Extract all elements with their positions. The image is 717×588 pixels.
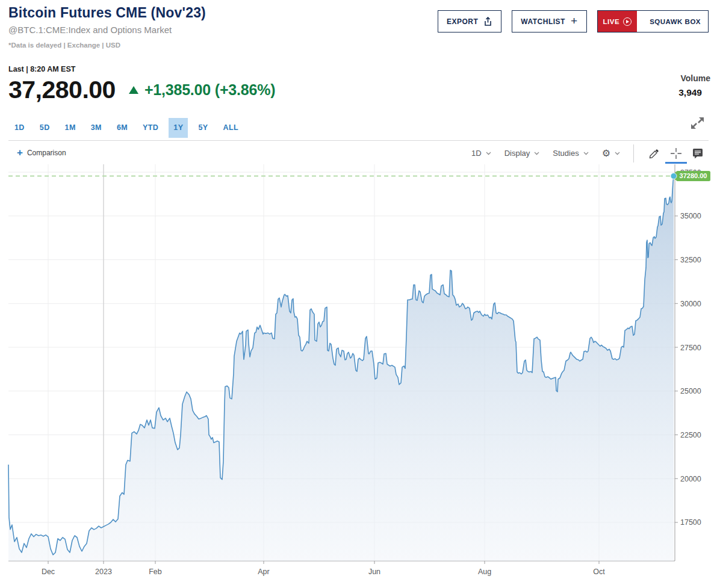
y-axis-label: 20000 [680,475,701,483]
range-tab-5d[interactable]: 5D [35,118,55,138]
range-tab-ytd[interactable]: YTD [138,118,163,138]
crosshair-tool-button[interactable] [665,143,687,164]
area-series [8,176,674,562]
studies-dropdown[interactable]: Studies [553,149,588,158]
gear-icon: ⚙ [602,149,610,158]
header-buttons: EXPORT WATCHLIST + LIVE SQUAWK BOX [438,10,709,32]
export-button-label: EXPORT [447,17,478,26]
toolbar-controls: 1D Display Studies ⚙ [471,142,709,164]
settings-dropdown[interactable]: ⚙ [602,149,620,158]
range-tab-1m[interactable]: 1M [60,118,81,138]
y-axis-label: 27500 [680,344,701,352]
display-dropdown[interactable]: Display [504,149,540,158]
range-tab-6m[interactable]: 6M [112,118,132,138]
range-tab-5y[interactable]: 5Y [193,118,213,138]
volume-value: 3,949 [678,87,702,98]
display-label: Display [504,149,530,158]
y-axis-label: 17500 [680,518,701,527]
pencil-icon [648,147,660,159]
range-tab-1d[interactable]: 1D [10,118,29,138]
divider [633,144,634,162]
last-timestamp: Last | 8:20 AM EST [8,65,75,73]
price-change: +1,385.00 (+3.86%) [144,81,275,99]
crosshair-icon [670,147,682,159]
volume-box: Volume 3,949 [678,73,710,98]
comparison-button[interactable]: + Comparison [17,147,66,158]
chevron-down-icon [534,152,539,155]
current-price-flag-label: 37280.00 [680,172,707,179]
data-delay-note: *Data is delayed | Exchange | USD [8,42,120,49]
x-axis-label: Aug [478,568,491,576]
interval-label: 1D [471,149,482,158]
export-button[interactable]: EXPORT [438,10,501,32]
squawk-box-button[interactable]: LIVE SQUAWK BOX [597,10,709,32]
chevron-down-icon [486,152,491,155]
live-badge-label: LIVE [603,18,620,25]
quote-page: Bitcoin Futures CME (Nov'23) @BTC.1:CME:… [0,0,717,588]
volume-label: Volume [678,73,710,83]
y-axis-label: 25000 [680,387,701,395]
add-comparison-icon: + [17,147,23,158]
play-icon [623,17,632,26]
draw-tool-button[interactable] [644,143,665,164]
divider [8,140,709,141]
watchlist-button-label: WATCHLIST [521,17,565,26]
x-axis-label: Apr [258,568,269,576]
x-axis-label: 2023 [95,568,112,576]
y-axis-label: 35000 [680,212,701,220]
x-axis-label: Oct [593,568,605,576]
chart-toolbar: + Comparison 1D Display Studies ⚙ [0,142,717,164]
comparison-label: Comparison [27,149,66,157]
annotation-icon [692,148,704,159]
expand-icon[interactable] [689,115,706,131]
interval-dropdown[interactable]: 1D [471,149,491,158]
last-price: 37,280.00 [8,76,116,104]
range-tab-all[interactable]: ALL [218,118,243,138]
plus-icon: + [571,15,578,26]
live-badge: LIVE [598,11,638,32]
export-icon [483,17,492,26]
y-axis-label: 32500 [680,256,701,264]
range-tabs: 1D5D1M3M6MYTD1Y5YALL [10,118,249,138]
page-title: Bitcoin Futures CME (Nov'23) [8,5,206,21]
price-chart[interactable]: 1750020000225002500027500300003250035000… [0,164,717,588]
up-arrow-icon [129,86,138,94]
y-axis-label: 22500 [680,431,701,439]
range-tab-3m[interactable]: 3M [86,118,107,138]
squawk-box-label: SQUAWK BOX [642,18,708,25]
range-tab-1y[interactable]: 1Y [169,118,188,138]
annotation-tool-button[interactable] [687,143,709,164]
symbol-subtitle: @BTC.1:CME:Index and Options Market [8,25,172,35]
y-axis-label: 30000 [680,300,701,308]
current-price-dot [671,173,677,179]
watchlist-button[interactable]: WATCHLIST + [512,10,586,32]
x-axis-label: Dec [42,568,55,576]
studies-label: Studies [553,149,579,158]
chevron-down-icon [615,152,620,155]
x-axis-label: Jun [368,568,380,576]
chevron-down-icon [583,152,589,155]
price-row: 37,280.00 +1,385.00 (+3.86%) [8,76,275,104]
x-axis-label: Feb [149,568,162,576]
